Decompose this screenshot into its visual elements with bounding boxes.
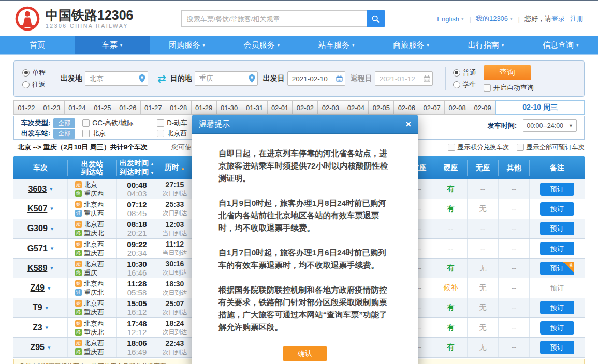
train-number[interactable]: T9▾	[13, 298, 68, 317]
nav-group-purchase[interactable]: 团购服务▾	[150, 36, 224, 54]
train-number[interactable]: Z95▾	[13, 338, 68, 357]
hard-seat-cell: 候补	[434, 278, 468, 297]
nav-info-query[interactable]: 信息查询▾	[523, 36, 598, 54]
nav-tickets[interactable]: 车票▾	[75, 36, 149, 54]
book-cell: 预订	[530, 199, 585, 218]
train-number[interactable]: Z3▾	[13, 318, 68, 337]
train-number[interactable]: G309▾	[13, 219, 68, 238]
expand-icon: ▾	[48, 344, 51, 351]
train-number[interactable]: Z49▾	[13, 278, 68, 297]
train-number[interactable]: 3603▾	[13, 179, 68, 199]
date-tab[interactable]: 01-30	[217, 100, 242, 115]
date-tab[interactable]: 02-06	[394, 100, 419, 115]
query-button[interactable]: 查询	[484, 65, 531, 80]
date-tab[interactable]: 01-24	[65, 100, 90, 115]
round-trip-radio[interactable]: 往返	[22, 80, 46, 89]
no-seat-cell: 无	[468, 338, 499, 357]
date-tab[interactable]: 02-03	[318, 100, 343, 115]
brand-subtitle: 12306 CHINA RAILWAY	[46, 23, 134, 29]
date-tab[interactable]: 01-25	[90, 100, 115, 115]
book-button[interactable]: 预订	[540, 321, 574, 335]
book-button[interactable]: 预订	[540, 242, 574, 255]
depart-time-select[interactable]: 00:00--24:00▼	[523, 119, 577, 132]
no-seat-cell: 无	[468, 318, 499, 337]
date-tab[interactable]: 01-23	[39, 100, 65, 115]
chevron-down-icon: ▾	[502, 42, 504, 48]
language-menu[interactable]: English	[437, 15, 459, 23]
book-button[interactable]: 预订	[540, 202, 574, 216]
date-tab[interactable]: 01-31	[242, 100, 268, 115]
date-tab[interactable]: 02-05	[369, 100, 394, 115]
book-cell: 预订	[530, 278, 585, 297]
date-tab[interactable]: 02-01	[268, 100, 293, 115]
book-button[interactable]: 预订	[540, 183, 574, 196]
duration-cell: 25:07次日到达	[157, 298, 193, 317]
normal-radio[interactable]: 普通	[453, 68, 476, 78]
show-all-bookable-checkbox[interactable]: 显示全部可预订车次	[517, 143, 585, 152]
book-button[interactable]: 预订	[540, 301, 574, 314]
date-strip: 01-2201-2301-2401-2501-2601-2701-2801-29…	[13, 100, 585, 115]
close-icon[interactable]: ×	[405, 119, 411, 129]
show-points-trains-checkbox[interactable]: 显示积分兑换车次	[448, 143, 509, 152]
train-number[interactable]: G571▾	[13, 239, 68, 258]
filter-beijingxi-checkbox[interactable]: 北京西	[157, 129, 187, 138]
my12306-menu[interactable]: 我的12306	[476, 14, 508, 23]
date-tab[interactable]: 02-02	[293, 100, 318, 115]
swap-stations-icon[interactable]: ⇄	[157, 72, 166, 85]
date-tab[interactable]: 02-09	[470, 100, 495, 115]
date-tab[interactable]: 01-22	[13, 100, 39, 115]
col-note: 备注	[530, 160, 585, 176]
book-cell: 预订	[530, 298, 585, 317]
from-station-badge: 始	[75, 221, 82, 228]
date-tab[interactable]: 01-26	[115, 100, 141, 115]
col-times-sort[interactable]: 出发时间▲ 到达时间▼	[117, 160, 157, 176]
search-input[interactable]	[181, 10, 367, 27]
train-number[interactable]: K589▾	[13, 259, 68, 278]
date-tab[interactable]: 02-07	[419, 100, 445, 115]
auto-query-checkbox[interactable]: 开启自动查询	[484, 83, 534, 93]
book-button[interactable]: 预订	[540, 222, 574, 235]
other-seat-cell: --	[499, 259, 530, 278]
sort-desc-icon: ▼	[150, 171, 154, 175]
hard-seat-cell: --	[434, 239, 468, 258]
login-link[interactable]: 登录	[551, 14, 565, 23]
calendar-icon	[336, 75, 343, 82]
train-number[interactable]: K507▾	[13, 199, 68, 218]
date-tab[interactable]: 02-08	[445, 100, 470, 115]
to-field: 目的地	[170, 71, 258, 86]
date-tab[interactable]: 01-29	[192, 100, 217, 115]
no-seat-cell: 无	[468, 278, 499, 297]
train-type-all-badge[interactable]: 全部	[53, 118, 75, 128]
location-pin-icon	[249, 74, 255, 83]
date-tab[interactable]: 01-28	[166, 100, 192, 115]
modal-title: 温馨提示	[199, 119, 230, 129]
filter-beijing-checkbox[interactable]: 北京	[82, 129, 143, 138]
times-cell: 09:2220:34	[117, 239, 157, 258]
date-tab[interactable]: 02-04	[343, 100, 369, 115]
confirm-button[interactable]: 确认	[283, 346, 327, 361]
date-tab-selected[interactable]: 02-10 周三	[495, 100, 585, 115]
site-header: 中国铁路12306 12306 CHINA RAILWAY English ▾ …	[0, 1, 598, 36]
one-way-radio[interactable]: 单程	[22, 68, 46, 78]
hard-seat-cell: 有	[434, 179, 468, 199]
notice-modal: 温馨提示 × 自即日起，在进京列车停靠的河北省各站点，进京旅客进站乘车时须提供7…	[192, 115, 418, 364]
col-duration-sort[interactable]: 历时▲	[157, 160, 193, 176]
to-station-badge: 过	[75, 210, 82, 217]
nav-membership[interactable]: 会员服务▾	[224, 36, 299, 54]
ticket-search-panel: 单程 往返 出发地 ⇄ 目的地	[13, 60, 585, 97]
book-cell: 预订	[530, 318, 585, 337]
date-tab[interactable]: 01-27	[141, 100, 166, 115]
student-radio[interactable]: 学生	[453, 80, 476, 89]
station-all-badge[interactable]: 全部	[53, 129, 75, 139]
expand-icon: ▾	[46, 305, 49, 311]
nav-business-travel[interactable]: 商旅服务▾	[374, 36, 448, 54]
times-cell: 07:1208:45	[117, 199, 157, 218]
filter-gc-checkbox[interactable]: GC-高铁/城际	[82, 118, 143, 128]
register-link[interactable]: 注册	[570, 14, 584, 23]
nav-travel-guide[interactable]: 出行指南▾	[448, 36, 523, 54]
nav-station-service[interactable]: 站车服务▾	[299, 36, 374, 54]
nav-home[interactable]: 首页	[0, 36, 75, 54]
search-button[interactable]	[367, 10, 385, 27]
return-date-label: 返程日	[351, 74, 372, 83]
book-button[interactable]: 预订	[540, 341, 574, 354]
